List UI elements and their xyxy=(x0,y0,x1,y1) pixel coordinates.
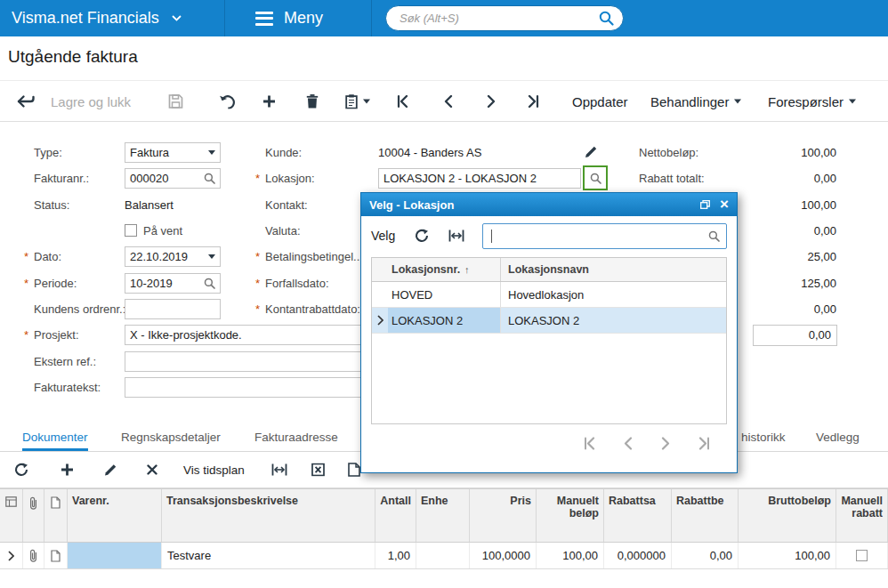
add-record-button[interactable] xyxy=(262,94,276,108)
invoice-text-input[interactable] xyxy=(125,377,363,398)
refresh-button[interactable]: Oppdater xyxy=(572,93,628,109)
cell-location-name[interactable]: Hovedlokasjon xyxy=(501,282,726,307)
notes-column-header[interactable] xyxy=(0,489,23,542)
grid-row[interactable]: Testvare 1,00 100,0000 100,00 0,000000 0… xyxy=(0,543,888,569)
tab-accounting-details[interactable]: Regnskapsdetaljer xyxy=(121,428,221,451)
fit-width-icon xyxy=(448,230,464,242)
column-header-qty[interactable]: Antall xyxy=(375,489,416,542)
global-search[interactable] xyxy=(385,5,624,31)
app-switcher-button[interactable]: Visma.net Financials xyxy=(0,0,224,36)
tab-history-partial[interactable]: historikk xyxy=(741,428,786,451)
row-attachment-cell[interactable] xyxy=(23,543,44,568)
column-header-manual-discount[interactable]: Manuell rabatt xyxy=(836,489,888,542)
calendar-dropdown-icon[interactable] xyxy=(208,254,215,259)
actions-menu-button[interactable]: Behandlinger xyxy=(650,93,741,109)
cell-item-no[interactable] xyxy=(68,543,162,568)
column-header-price[interactable]: Pris xyxy=(470,489,537,542)
project-input[interactable]: X - Ikke-prosjektkode. xyxy=(125,325,363,345)
lookup-icon[interactable] xyxy=(204,278,215,289)
cell-gross[interactable]: 100,00 xyxy=(739,543,836,568)
back-button[interactable] xyxy=(16,93,36,109)
document-column-header[interactable] xyxy=(44,489,68,542)
show-schedule-button[interactable]: Vis tidsplan xyxy=(183,463,245,477)
cell-price[interactable]: 100,0000 xyxy=(470,543,537,568)
lookup-icon[interactable] xyxy=(204,173,215,184)
pager-last-button[interactable] xyxy=(698,437,710,450)
cell-discount-amount[interactable]: 0,00 xyxy=(672,543,739,568)
cell-description[interactable]: Testvare xyxy=(162,543,375,568)
column-header-location-name[interactable]: Lokasjonsnavn xyxy=(501,258,726,281)
pager-first-button[interactable] xyxy=(584,437,595,450)
period-label: Periode: xyxy=(34,273,77,294)
column-header-manual-amount[interactable]: Manuelt beløp xyxy=(537,489,604,542)
attachments-column-header[interactable] xyxy=(23,489,44,542)
cell-unit[interactable] xyxy=(416,543,470,568)
column-header-discount-rate[interactable]: Rabattsa xyxy=(604,489,672,542)
fit-width-button[interactable] xyxy=(271,463,287,476)
copy-paste-button[interactable] xyxy=(345,93,370,109)
grid-refresh-button[interactable] xyxy=(14,463,28,477)
column-header-discount-amount[interactable]: Rabattbe xyxy=(672,489,739,542)
go-previous-button[interactable] xyxy=(444,94,453,108)
grid-edit-row-button[interactable] xyxy=(104,463,117,477)
tab-documents[interactable]: Dokumenter xyxy=(22,428,88,451)
location-lookup-highlight[interactable] xyxy=(583,165,608,190)
tab-invoice-address[interactable]: Fakturaadresse xyxy=(254,428,338,451)
on-hold-checkbox[interactable] xyxy=(125,224,137,237)
pager-next-button[interactable] xyxy=(661,437,670,450)
top-bar: Visma.net Financials Meny xyxy=(0,0,888,36)
lookup-icon[interactable] xyxy=(590,173,601,184)
save-button[interactable] xyxy=(168,93,183,109)
cell-manual-discount[interactable] xyxy=(836,543,888,568)
cell-location-no[interactable]: HOVED xyxy=(388,282,501,307)
save-and-close-button[interactable]: Lagre og lukk xyxy=(51,93,131,109)
dialog-titlebar[interactable]: Velg - Lokasjon × xyxy=(361,193,737,216)
cell-location-name[interactable]: LOKASJON 2 xyxy=(501,308,726,333)
period-input[interactable]: 10-2019 xyxy=(125,273,221,294)
edit-customer-button[interactable] xyxy=(585,145,598,161)
grid-delete-row-button[interactable] xyxy=(147,464,157,475)
cell-discount-rate[interactable]: 0,000000 xyxy=(604,543,672,568)
close-icon[interactable]: × xyxy=(720,197,729,212)
cell-qty[interactable]: 1,00 xyxy=(375,543,416,568)
external-ref-input[interactable] xyxy=(125,351,363,372)
export-excel-button[interactable] xyxy=(311,463,325,477)
go-first-button[interactable] xyxy=(397,94,408,108)
cell-location-no[interactable]: LOKASJON 2 xyxy=(388,308,501,333)
customer-order-input[interactable] xyxy=(125,299,221,319)
menu-button[interactable]: Meny xyxy=(225,0,371,36)
search-icon[interactable] xyxy=(599,11,614,26)
undo-button[interactable] xyxy=(219,93,236,109)
column-header-description[interactable]: Transaksjonsbeskrivelse xyxy=(162,489,375,542)
inquiries-menu-button[interactable]: Forespørsler xyxy=(768,93,856,109)
chevron-down-icon xyxy=(734,99,741,103)
grid-add-row-button[interactable] xyxy=(61,463,74,477)
column-header-unit[interactable]: Enhe xyxy=(416,489,470,542)
location-row-hoved[interactable]: HOVED Hovedlokasjon xyxy=(372,282,726,308)
column-header-gross[interactable]: Bruttobeløp xyxy=(739,489,836,542)
manual-discount-checkbox[interactable] xyxy=(856,550,868,561)
row-document-cell[interactable] xyxy=(44,543,68,568)
cell-manual-amount[interactable]: 100,00 xyxy=(537,543,604,568)
pager-previous-button[interactable] xyxy=(624,437,633,450)
column-header-item-no[interactable]: Varenr. xyxy=(68,489,162,542)
date-input[interactable]: 22.10.2019 xyxy=(125,246,221,267)
tab-attachments[interactable]: Vedlegg xyxy=(816,428,860,451)
totals-value-input[interactable]: 0,00 xyxy=(753,325,837,346)
delete-record-button[interactable] xyxy=(306,93,319,109)
dialog-refresh-button[interactable] xyxy=(415,229,429,243)
search-icon[interactable] xyxy=(708,230,720,242)
maximize-icon[interactable] xyxy=(700,198,710,212)
select-button[interactable]: Velg xyxy=(371,229,395,243)
column-header-location-no[interactable]: Lokasjonsnr. ↑ xyxy=(388,258,501,281)
dialog-fit-width-button[interactable] xyxy=(448,230,464,242)
dialog-search-input[interactable] xyxy=(482,223,727,249)
go-next-button[interactable] xyxy=(487,94,496,108)
invoice-no-input[interactable]: 000020 xyxy=(125,168,221,189)
go-last-button[interactable] xyxy=(528,94,539,108)
location-row-lokasjon2[interactable]: LOKASJON 2 LOKASJON 2 xyxy=(372,308,726,334)
global-search-input[interactable] xyxy=(400,12,599,25)
grid-document-button[interactable] xyxy=(348,463,360,477)
type-select[interactable]: Faktura xyxy=(125,142,221,163)
location-input[interactable]: LOKASJON 2 - LOKASJON 2 xyxy=(378,168,581,189)
